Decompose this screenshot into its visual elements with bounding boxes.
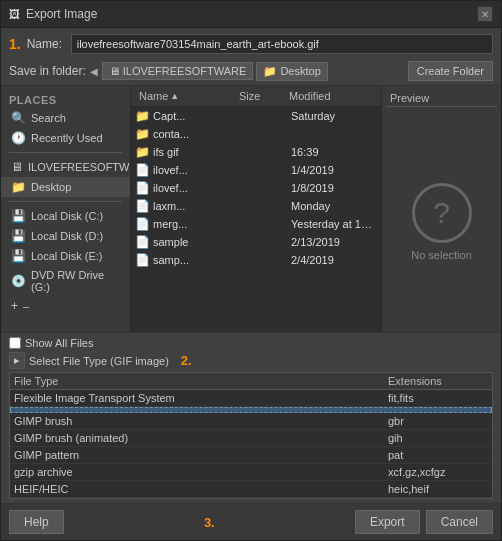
drive-c-icon: 💾 [11, 209, 26, 223]
file-name-ilovef2: ilovef... [153, 182, 241, 194]
folder-icon-capt: 📁 [135, 109, 150, 123]
file-type-row-heif[interactable]: HEIF/HEIC heic,heif [10, 481, 492, 498]
file-type-row-pat[interactable]: GIMP pattern pat [10, 447, 492, 464]
action-bar: Help 3. Export Cancel [1, 503, 501, 540]
sidebar-item-add-remove[interactable]: + – [1, 296, 130, 316]
filetype-fits-name: Flexible Image Transport System [14, 392, 388, 404]
help-button[interactable]: Help [9, 510, 64, 534]
name-label: Name: [27, 37, 65, 51]
file-row[interactable]: 📄 ilovef... 1/8/2019 [131, 179, 381, 197]
desktop-folder-icon: 📁 [11, 180, 26, 194]
sidebar-item-search[interactable]: 🔍 Search [1, 108, 130, 128]
filetype-col-name: File Type [14, 375, 388, 387]
dialog-title: Export Image [26, 7, 97, 21]
col-modified-label: Modified [289, 90, 331, 102]
file-name-sample: sample [153, 236, 241, 248]
right-buttons: Export Cancel [355, 510, 493, 534]
sidebar-d-label: Local Disk (D:) [31, 230, 103, 242]
export-icon: 🖼 [9, 8, 20, 20]
filetype-fits-ext: fit,fits [388, 392, 488, 404]
places-panel: Places 🔍 Search 🕐 Recently Used 🖥 ILOVEF… [1, 86, 131, 332]
annotation-1: 1. [9, 36, 21, 52]
sidebar-item-local-e[interactable]: 💾 Local Disk (E:) [1, 246, 130, 266]
sidebar-item-desktop[interactable]: 📁 Desktop [1, 177, 130, 197]
show-all-label: Show All Files [25, 337, 93, 349]
sidebar-item-local-c[interactable]: 💾 Local Disk (C:) [1, 206, 130, 226]
file-type-row-gbr[interactable]: GIMP brush gbr [10, 413, 492, 430]
sidebar-item-local-d[interactable]: 💾 Local Disk (D:) [1, 226, 130, 246]
filetype-heif-ext: heic,heif [388, 483, 488, 495]
filename-input[interactable] [71, 34, 493, 54]
filetype-gbr-ext: gbr [388, 415, 488, 427]
plus-icon: + [11, 299, 18, 313]
file-modified-sample: 2/13/2019 [291, 236, 377, 248]
computer-icon-sidebar: 🖥 [11, 160, 23, 174]
files-header: Name ▲ Size Modified [131, 86, 381, 107]
file-row[interactable]: 📄 ilovef... 1/4/2019 [131, 161, 381, 179]
breadcrumb-item-desktop[interactable]: 📁 Desktop [256, 62, 327, 81]
name-row: 1. Name: [1, 28, 501, 58]
col-name-label: Name [139, 90, 168, 102]
file-row[interactable]: 📄 sample 2/13/2019 [131, 233, 381, 251]
filetype-gzip-name: gzip archive [14, 466, 388, 478]
file-type-row-gzip[interactable]: gzip archive xcf.gz,xcfgz [10, 464, 492, 481]
file-modified-ifs: 16:39 [291, 146, 377, 158]
col-header-size[interactable]: Size [235, 89, 285, 103]
file-modified-laxm: Monday [291, 200, 377, 212]
cancel-button[interactable]: Cancel [426, 510, 493, 534]
file-type-table-header: File Type Extensions [10, 373, 492, 390]
dvd-icon: 💿 [11, 274, 26, 288]
file-modified-ilovef2: 1/8/2019 [291, 182, 377, 194]
file-row[interactable]: 📁 conta... [131, 125, 381, 143]
file-modified-ilovef1: 1/4/2019 [291, 164, 377, 176]
annotation-3: 3. [204, 515, 215, 530]
filetype-gbr-name: GIMP brush [14, 415, 388, 427]
file-type-row-fits[interactable]: Flexible Image Transport System fit,fits [10, 390, 492, 407]
file-name-ilovef1: ilovef... [153, 164, 241, 176]
file-icon-sample: 📄 [135, 235, 150, 249]
sidebar-item-ilovefreesoftware[interactable]: 🖥 ILOVEFREESOFTW... [1, 157, 130, 177]
filetype-heif-name: HEIF/HEIC [14, 483, 388, 495]
col-header-name[interactable]: Name ▲ [135, 89, 235, 103]
file-name-conta: conta... [153, 128, 241, 140]
file-type-row-gih[interactable]: GIMP brush (animated) gih [10, 430, 492, 447]
file-icon-merg: 📄 [135, 217, 150, 231]
file-row[interactable]: 📁 Capt... Saturday [131, 107, 381, 125]
filetype-col-ext: Extensions [388, 375, 488, 387]
close-button[interactable]: ✕ [477, 6, 493, 22]
breadcrumb-ilovefreesoftware-label: ILOVEFREESOFTWARE [123, 65, 247, 77]
folder-icon-ifs: 📁 [135, 145, 150, 159]
breadcrumb-item-ilovefreesoftware[interactable]: 🖥 ILOVEFREESOFTWARE [102, 62, 254, 80]
sidebar-search-label: Search [31, 112, 66, 124]
sidebar-item-dvd[interactable]: 💿 DVD RW Drive (G:) [1, 266, 130, 296]
select-type-row[interactable]: ▸ Select File Type (GIF image) 2. [9, 352, 493, 369]
places-header: Places [1, 90, 130, 108]
preview-placeholder: ? No selection [386, 115, 497, 328]
file-modified-capt: Saturday [291, 110, 377, 122]
filetype-pat-ext: pat [388, 449, 488, 461]
places-divider-1 [9, 152, 122, 153]
preview-question-circle: ? [412, 183, 472, 243]
create-folder-button[interactable]: Create Folder [408, 61, 493, 81]
sidebar-item-recently-used[interactable]: 🕐 Recently Used [1, 128, 130, 148]
file-row[interactable]: 📁 ifs gif 16:39 [131, 143, 381, 161]
filetype-pat-name: GIMP pattern [14, 449, 388, 461]
breadcrumb-desktop-label: Desktop [280, 65, 320, 77]
breadcrumb-back[interactable]: ◀ [90, 66, 98, 77]
file-row[interactable]: 📄 samp... 2/4/2019 [131, 251, 381, 269]
no-selection-text: No selection [411, 249, 472, 261]
col-header-modified[interactable]: Modified [285, 89, 377, 103]
save-label: Save in folder: [9, 64, 86, 78]
show-all-checkbox[interactable] [9, 337, 21, 349]
drive-e-icon: 💾 [11, 249, 26, 263]
file-row[interactable]: 📄 laxm... Monday [131, 197, 381, 215]
file-row[interactable]: 📄 merg... Yesterday at 17:38 [131, 215, 381, 233]
sidebar-c-label: Local Disk (C:) [31, 210, 103, 222]
files-list: 📁 Capt... Saturday 📁 conta... 📁 ifs gif … [131, 107, 381, 332]
file-icon-samp2: 📄 [135, 253, 150, 267]
show-all-row: Show All Files [9, 337, 493, 349]
file-type-table: File Type Extensions Flexible Image Tran… [9, 372, 493, 499]
folder-icon: 📁 [263, 65, 277, 78]
sidebar-ilovefree-label: ILOVEFREESOFTW... [28, 161, 131, 173]
export-button[interactable]: Export [355, 510, 420, 534]
